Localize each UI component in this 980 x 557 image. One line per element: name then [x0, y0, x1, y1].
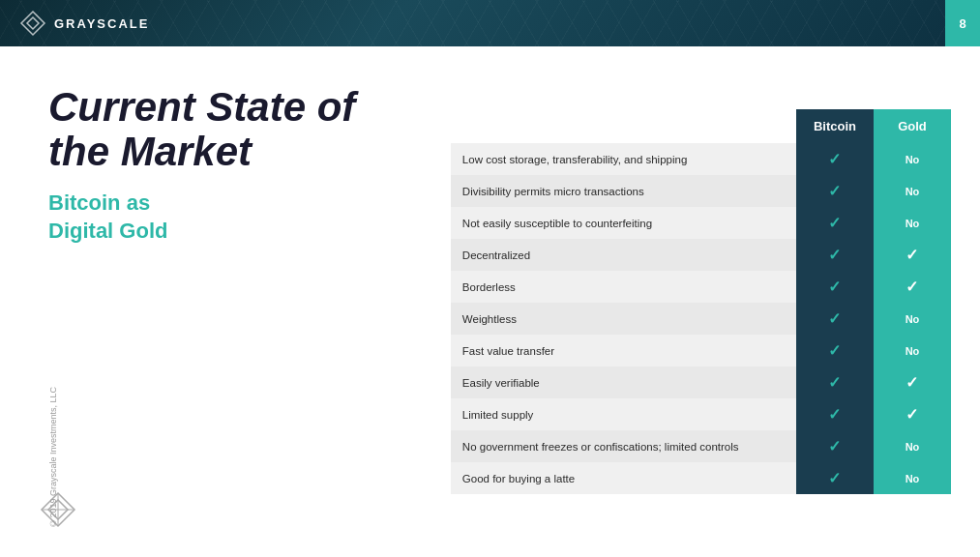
- bitcoin-cell: ✓: [796, 271, 874, 303]
- logo-area: GRAYSCALE: [19, 10, 149, 37]
- feature-cell: Limited supply: [451, 398, 796, 430]
- check-icon: ✓: [906, 247, 918, 263]
- feature-cell: Low cost storage, transferability, and s…: [451, 143, 796, 175]
- main-title: Current State of the Market: [48, 85, 402, 174]
- subtitle: Bitcoin as Digital Gold: [48, 190, 402, 245]
- th-bitcoin: Bitcoin: [796, 109, 874, 143]
- bitcoin-cell: ✓: [796, 175, 874, 207]
- bitcoin-cell: ✓: [796, 430, 874, 462]
- bitcoin-cell: ✓: [796, 398, 874, 430]
- check-icon: ✓: [828, 310, 841, 327]
- table-row: Good for buying a latte✓No: [451, 462, 951, 494]
- bitcoin-cell: ✓: [796, 462, 874, 494]
- header: GRAYSCALE 8: [0, 0, 980, 46]
- feature-cell: Weightless: [451, 303, 796, 335]
- check-icon: ✓: [906, 278, 918, 295]
- check-icon: ✓: [828, 151, 841, 167]
- gold-cell: No: [874, 175, 951, 207]
- svg-marker-1: [27, 17, 39, 29]
- feature-cell: Not easily susceptible to counterfeiting: [451, 207, 796, 239]
- table-row: Weightless✓No: [451, 303, 951, 335]
- table-row: Borderless✓✓: [451, 271, 951, 303]
- feature-cell: Easily verifiable: [451, 366, 796, 398]
- svg-marker-0: [21, 12, 45, 35]
- feature-cell: Good for buying a latte: [451, 462, 796, 494]
- bitcoin-cell: ✓: [796, 335, 874, 366]
- main-content: Current State of the Market Bitcoin as D…: [0, 46, 980, 557]
- gold-cell: No: [874, 207, 951, 239]
- check-icon: ✓: [828, 183, 841, 199]
- check-icon: ✓: [906, 406, 918, 423]
- bitcoin-cell: ✓: [796, 207, 874, 239]
- check-icon: ✓: [906, 374, 918, 391]
- check-icon: ✓: [828, 374, 841, 391]
- th-gold: Gold: [874, 109, 951, 143]
- gold-cell: ✓: [874, 398, 951, 430]
- table-row: Limited supply✓✓: [451, 398, 951, 430]
- gold-cell: ✓: [874, 366, 951, 398]
- check-icon: ✓: [828, 247, 841, 263]
- check-icon: ✓: [828, 342, 841, 359]
- feature-cell: Fast value transfer: [451, 335, 796, 366]
- diamond-logo-icon: [39, 490, 77, 529]
- table-row: Divisibility permits micro transactions✓…: [451, 175, 951, 207]
- check-icon: ✓: [828, 438, 841, 454]
- check-icon: ✓: [828, 278, 841, 295]
- table-row: Not easily susceptible to counterfeiting…: [451, 207, 951, 239]
- gold-cell: ✓: [874, 239, 951, 271]
- page-number: 8: [945, 0, 980, 46]
- feature-cell: Borderless: [451, 271, 796, 303]
- copyright-text: ©2019 Grayscale Investments, LLC: [48, 387, 58, 528]
- table-row: No government freezes or confiscations; …: [451, 430, 951, 462]
- gold-cell: No: [874, 143, 951, 175]
- bitcoin-cell: ✓: [796, 366, 874, 398]
- gold-cell: No: [874, 462, 951, 494]
- bitcoin-cell: ✓: [796, 143, 874, 175]
- check-icon: ✓: [828, 470, 841, 486]
- left-panel: Current State of the Market Bitcoin as D…: [0, 46, 441, 557]
- feature-cell: Divisibility permits micro transactions: [451, 175, 796, 207]
- right-panel: Bitcoin Gold Low cost storage, transfera…: [441, 46, 980, 557]
- table-row: Decentralized✓✓: [451, 239, 951, 271]
- table-row: Easily verifiable✓✓: [451, 366, 951, 398]
- th-feature: [451, 109, 796, 143]
- gold-cell: No: [874, 335, 951, 366]
- table-row: Low cost storage, transferability, and s…: [451, 143, 951, 175]
- gold-cell: No: [874, 303, 951, 335]
- comparison-table: Bitcoin Gold Low cost storage, transfera…: [451, 109, 951, 494]
- table-row: Fast value transfer✓No: [451, 335, 951, 366]
- logo-text: GRAYSCALE: [54, 16, 149, 31]
- subtitle-line2: Digital Gold: [48, 219, 167, 243]
- gold-cell: ✓: [874, 271, 951, 303]
- feature-cell: No government freezes or confiscations; …: [451, 430, 796, 462]
- grayscale-logo-bottom: [39, 490, 77, 533]
- bitcoin-cell: ✓: [796, 303, 874, 335]
- gold-cell: No: [874, 430, 951, 462]
- grayscale-logo-icon: [19, 10, 46, 37]
- bitcoin-cell: ✓: [796, 239, 874, 271]
- feature-cell: Decentralized: [451, 239, 796, 271]
- subtitle-line1: Bitcoin as: [48, 191, 150, 215]
- check-icon: ✓: [828, 406, 841, 423]
- check-icon: ✓: [828, 215, 841, 231]
